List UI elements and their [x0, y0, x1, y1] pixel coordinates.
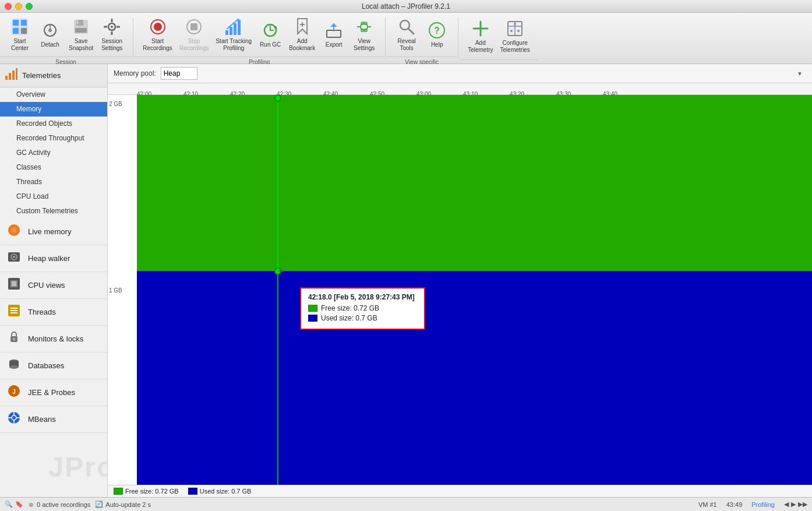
legend-bar: Free size: 0.72 GB Used size: 0.7 GB: [108, 485, 812, 497]
sidebar-item-custom-telemetries[interactable]: Custom Telemetries: [0, 204, 107, 219]
memory-chart[interactable]: [137, 95, 812, 485]
minimize-button[interactable]: [15, 3, 22, 10]
sidebar-item-threads[interactable]: Threads: [0, 299, 107, 326]
run-gc-icon: [261, 21, 280, 40]
window-title: Local attach – JProfiler 9.2.1: [362, 2, 450, 10]
sidebar-item-recorded-objects[interactable]: Recorded Objects: [0, 117, 107, 131]
detach-button[interactable]: Detach: [35, 19, 65, 51]
time-label: 43:49: [726, 501, 743, 508]
threads-label: Threads: [28, 308, 56, 316]
start-tracking-button[interactable]: Start TrackingProfiling: [212, 15, 255, 54]
session-settings-button[interactable]: SessionSettings: [97, 15, 127, 54]
legend-used-label: Used size: 0.7 GB: [200, 488, 252, 495]
sidebar-item-threads-sub[interactable]: Threads: [0, 175, 107, 189]
nav-tools[interactable]: 🔍 🔖: [5, 501, 23, 508]
memory-pool-bar: Memory pool: Heap Non-heap: [108, 64, 812, 83]
svg-rect-25: [238, 20, 241, 35]
recordings-status: ⏺ 0 active recordings: [28, 501, 90, 508]
sidebar-item-live-memory[interactable]: Live memory: [0, 219, 107, 245]
reveal-tools-icon: [397, 17, 416, 36]
sidebar-item-recorded-throughput[interactable]: Recorded Throughput: [0, 131, 107, 146]
tooltip-free-label: Free size: 0.72 GB: [321, 304, 379, 312]
stop-recordings-button[interactable]: StopRecordings: [176, 15, 213, 54]
legend-used: Used size: 0.7 GB: [188, 488, 252, 495]
sidebar-item-jee-probes[interactable]: J JEE & Probes: [0, 379, 107, 406]
sidebar-item-overview[interactable]: Overview: [0, 87, 107, 102]
session-settings-icon: [103, 17, 121, 36]
help-icon: ?: [428, 21, 446, 40]
svg-rect-96: [137, 95, 812, 271]
profiling-group: StartRecordings StopRecordings: [135, 13, 384, 64]
sidebar-item-heap-walker[interactable]: Heap walker: [0, 245, 107, 272]
svg-point-7: [48, 29, 52, 32]
tooltip-free-row: Free size: 0.72 GB: [308, 304, 417, 312]
start-recordings-icon: [149, 17, 167, 36]
add-bookmark-button[interactable]: AddBookmark: [285, 15, 319, 54]
svg-point-54: [11, 227, 17, 233]
svg-rect-51: [12, 71, 15, 80]
stop-recordings-icon: [185, 17, 203, 36]
view-settings-button[interactable]: ViewSettings: [349, 15, 379, 54]
sidebar-item-mbeans[interactable]: MBeans: [0, 406, 107, 433]
sidebar-item-cpu-views[interactable]: CPU views: [0, 272, 107, 299]
reveal-tools-button[interactable]: RevealTools: [391, 15, 422, 54]
sidebar-item-monitors-locks[interactable]: Monitors & locks: [0, 326, 107, 353]
configure-telemetries-button[interactable]: ConfigureTelemetries: [497, 17, 534, 56]
window-controls: [5, 3, 33, 10]
monitors-locks-icon: [6, 330, 22, 347]
heap-walker-icon: [6, 250, 22, 267]
start-recordings-button[interactable]: StartRecordings: [139, 15, 176, 54]
help-button[interactable]: ? Help: [422, 19, 452, 51]
nav-scroll-icon[interactable]: ▶▶: [798, 501, 807, 508]
recordings-label: 0 active recordings: [37, 501, 90, 508]
run-gc-label: Run GC: [260, 41, 281, 48]
add-telemetry-button[interactable]: AddTelemetry: [464, 17, 496, 56]
nav-back-icon[interactable]: ◀: [784, 501, 789, 508]
vm-label: VM #1: [698, 501, 717, 508]
start-tracking-icon: [224, 17, 243, 36]
chart-tooltip: 42:18.0 [Feb 5, 2018 9:27:43 PM] Free si…: [300, 287, 425, 330]
svg-rect-24: [234, 23, 236, 35]
memory-pool-select[interactable]: Heap Non-heap: [161, 67, 197, 80]
svg-rect-97: [137, 271, 812, 485]
nav-fwd-icon[interactable]: ▶: [791, 501, 796, 508]
svg-point-48: [517, 30, 520, 32]
sidebar-item-classes[interactable]: Classes: [0, 160, 107, 175]
svg-rect-10: [77, 20, 78, 24]
chart-area[interactable]: 2 GB 1 GB: [108, 95, 812, 485]
sidebar-item-gc-activity[interactable]: GC Activity: [0, 146, 107, 160]
toolbar: StartCenter Detach: [0, 13, 812, 64]
sidebar-item-memory[interactable]: Memory: [0, 102, 107, 117]
main-layout: Telemetries Overview Memory Recorded Obj…: [0, 64, 812, 497]
bookmark-icon[interactable]: 🔖: [15, 501, 23, 508]
start-center-label: StartCenter: [11, 38, 29, 52]
save-snapshot-button[interactable]: SaveSnapshot: [65, 15, 97, 54]
run-gc-button[interactable]: Run GC: [255, 19, 285, 51]
close-button[interactable]: [5, 3, 12, 10]
y-axis: 2 GB 1 GB: [108, 95, 137, 485]
view-settings-label: ViewSettings: [354, 38, 375, 52]
legend-used-color: [188, 488, 197, 495]
start-center-button[interactable]: StartCenter: [5, 15, 35, 54]
jee-probes-label: JEE & Probes: [28, 388, 75, 397]
svg-text:J: J: [12, 389, 16, 395]
magnify-icon[interactable]: 🔍: [5, 501, 13, 508]
sidebar-item-cpu-load[interactable]: CPU Load: [0, 189, 107, 204]
configure-telemetries-label: ConfigureTelemetries: [500, 40, 530, 54]
help-label: Help: [431, 41, 443, 48]
sep1: [133, 17, 133, 59]
tooltip-free-color: [308, 305, 317, 312]
export-button[interactable]: Export: [319, 19, 349, 51]
add-bookmark-icon: [293, 17, 312, 36]
y-label-2gb: 2 GB: [109, 101, 125, 107]
svg-point-47: [510, 30, 513, 32]
add-telemetry-icon: [471, 19, 490, 38]
maximize-button[interactable]: [26, 3, 33, 10]
svg-rect-21: [190, 23, 197, 30]
view-settings-icon: [355, 17, 373, 36]
telemetries-header[interactable]: Telemetries: [0, 64, 107, 87]
sep3: [458, 17, 458, 59]
memory-pool-select-wrapper: Heap Non-heap: [161, 67, 806, 80]
svg-rect-49: [5, 76, 8, 80]
sidebar-item-databases[interactable]: Databases: [0, 353, 107, 379]
